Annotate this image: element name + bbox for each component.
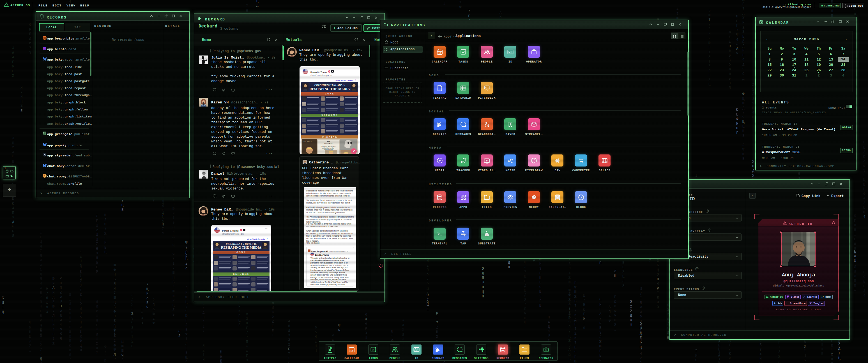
svg-text:?: ?	[703, 287, 704, 290]
svg-text:12: 12	[350, 350, 353, 352]
svg-text:12: 12	[438, 52, 441, 54]
svg-text:TRUMP’S: TRUMP’S	[303, 140, 312, 143]
svg-text:?: ?	[709, 229, 710, 232]
svg-text:?: ?	[690, 249, 691, 251]
svg-text:?: ?	[707, 210, 708, 212]
svg-text:?: ?	[696, 268, 698, 270]
